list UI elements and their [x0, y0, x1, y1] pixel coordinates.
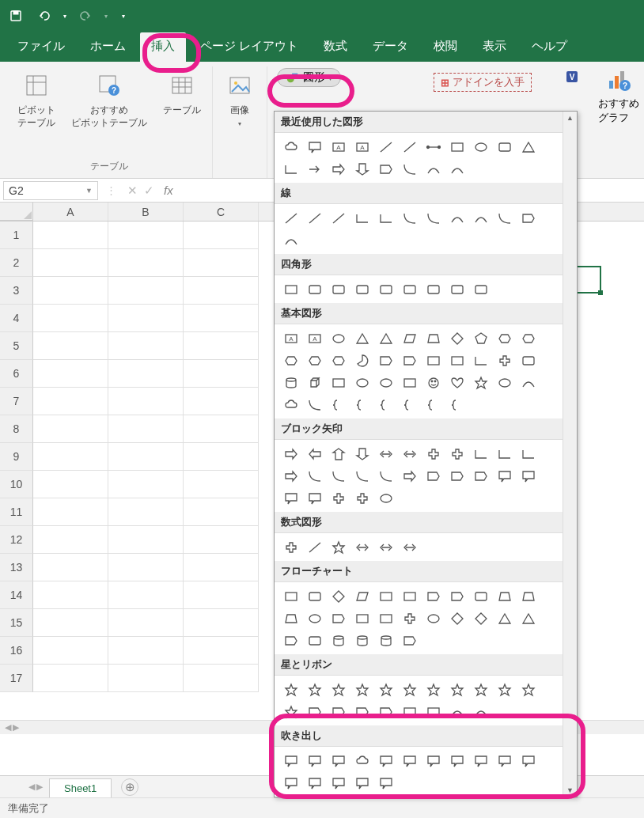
cell[interactable] [108, 498, 184, 526]
shape-curve-conn[interactable] [398, 207, 421, 229]
shape-plaque[interactable] [517, 350, 540, 371]
tab-file[interactable]: ファイル [6, 32, 76, 62]
row-header[interactable]: 15 [0, 609, 33, 637]
shape-right-arrow[interactable] [327, 158, 350, 180]
shape-star10[interactable] [445, 679, 468, 700]
shape-pie[interactable] [350, 350, 373, 371]
shape-star32[interactable] [279, 701, 302, 722]
cell[interactable] [108, 609, 184, 637]
scroll-up-icon[interactable]: ▲ [566, 112, 574, 124]
shape-fc-process[interactable] [279, 585, 302, 607]
shape-arr-pent[interactable] [445, 465, 468, 487]
shape-fc-manual-op[interactable] [279, 608, 302, 629]
cell[interactable] [33, 581, 108, 609]
shape-arrow[interactable] [303, 158, 326, 180]
shape-fc-magnetic[interactable] [350, 630, 373, 651]
cell[interactable] [184, 277, 259, 305]
cell[interactable] [108, 249, 184, 277]
shape-trap[interactable] [422, 328, 445, 349]
pictures-button[interactable]: 画像 ▾ [218, 66, 262, 159]
shape-arr-quad[interactable] [422, 443, 445, 464]
recommended-pivot-button[interactable]: ? おすすめ ピボットテーブル [65, 66, 153, 157]
shape-star5[interactable] [350, 679, 373, 700]
sheet-nav-next-icon[interactable]: ▶ [13, 722, 19, 733]
shape-arr-d[interactable] [350, 443, 373, 464]
shape-oct[interactable] [279, 350, 302, 371]
tab-insert[interactable]: 挿入 [140, 32, 186, 62]
shape-rect[interactable] [445, 136, 468, 157]
cell[interactable] [184, 360, 259, 388]
shape-oval[interactable] [327, 328, 350, 349]
shape-arr-ud[interactable] [398, 443, 421, 464]
row-header[interactable]: 16 [0, 637, 33, 665]
cell[interactable] [184, 222, 259, 249]
cell[interactable] [33, 249, 108, 277]
shape-fc-manual[interactable] [517, 585, 540, 607]
shape-round2[interactable] [445, 278, 468, 300]
shape-star-burst1[interactable] [279, 679, 302, 700]
shape-fc-collate[interactable] [445, 608, 468, 629]
shape-wave[interactable] [445, 701, 468, 722]
cell[interactable] [108, 637, 184, 665]
shape-thought-callout[interactable] [279, 136, 302, 157]
cell[interactable] [33, 665, 108, 692]
shape-arr-lr[interactable] [374, 443, 397, 464]
cell[interactable] [33, 332, 108, 360]
cell[interactable] [184, 609, 259, 637]
shape-down-arrow[interactable] [350, 158, 373, 180]
shape-star24[interactable] [517, 679, 540, 700]
cell[interactable] [33, 360, 108, 388]
shape-eq-minus[interactable] [303, 536, 326, 558]
cell[interactable] [108, 415, 184, 443]
shape-star12[interactable] [469, 679, 492, 700]
shapes-dropdown-button[interactable]: 図形 ▾ [277, 68, 341, 87]
shape-arr-bent-r[interactable] [469, 443, 492, 464]
cell[interactable] [108, 222, 184, 249]
shape-fc-junction[interactable] [398, 608, 421, 629]
shape-heart[interactable] [445, 372, 468, 393]
shape-ribbon-up[interactable] [303, 701, 326, 722]
cell[interactable] [108, 554, 184, 581]
shape-arr-curve-r[interactable] [303, 465, 326, 487]
shape-elbow[interactable] [350, 207, 373, 229]
shape-arr-circular[interactable] [374, 487, 397, 509]
shape-fc-internal[interactable] [398, 585, 421, 607]
shape-fc-decision[interactable] [327, 585, 350, 607]
cell[interactable] [33, 277, 108, 305]
cell[interactable] [108, 526, 184, 554]
shape-lshape[interactable] [469, 350, 492, 371]
cell[interactable] [33, 609, 108, 637]
cell[interactable] [184, 554, 259, 581]
cell[interactable] [184, 443, 259, 471]
shape-eq-neq[interactable] [398, 536, 421, 558]
shape-elbow-arrow[interactable] [374, 207, 397, 229]
shape-star-burst2[interactable] [303, 679, 326, 700]
shape-eq-eq[interactable] [374, 536, 397, 558]
cell[interactable] [33, 222, 108, 249]
shape-line-arrow[interactable] [398, 136, 421, 157]
row-header[interactable]: 5 [0, 332, 33, 360]
shape-arr-bent-u[interactable] [279, 465, 302, 487]
row-header[interactable]: 6 [0, 360, 33, 388]
recommended-charts-button[interactable]: ? おすすめ グラフ [598, 65, 639, 125]
cell[interactable] [108, 388, 184, 415]
shape-arr-3way[interactable] [445, 443, 468, 464]
shape-can[interactable] [279, 372, 302, 393]
fx-label[interactable]: fx [161, 184, 173, 197]
shape-fc-data[interactable] [350, 585, 373, 607]
shape-arr-callout-r[interactable] [493, 465, 516, 487]
shape-fc-stored[interactable] [279, 630, 302, 651]
shape-rect-callout[interactable] [303, 136, 326, 157]
confirm-icon[interactable]: ✓ [144, 184, 154, 198]
shape-ribbon-curve-down[interactable] [374, 701, 397, 722]
shape-scribble2[interactable] [279, 229, 302, 251]
cancel-icon[interactable]: ✕ [127, 184, 138, 198]
cell[interactable] [184, 249, 259, 277]
cell[interactable] [184, 665, 259, 692]
cell[interactable] [184, 332, 259, 360]
shape-lightning[interactable] [469, 372, 492, 393]
shape-hex[interactable] [493, 328, 516, 349]
shape-eq-mult[interactable] [327, 536, 350, 558]
shape-ribbon-down[interactable] [327, 701, 350, 722]
shape-eq-plus[interactable] [279, 536, 302, 558]
